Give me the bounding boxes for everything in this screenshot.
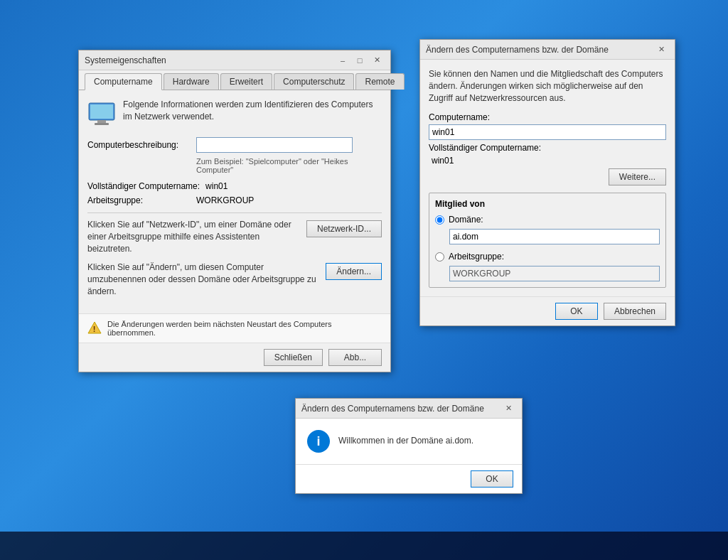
welcome-button-row: OK [296, 464, 522, 493]
netzwerk-text: Klicken Sie auf "Netzwerk-ID", um einer … [87, 219, 301, 254]
computer-icon [87, 102, 116, 129]
computer-name-input[interactable] [429, 124, 666, 140]
workgroup-value: WORKGROUP [196, 195, 254, 205]
rename-domain-title-bar: Ändern des Computernamens bzw. der Domän… [420, 40, 675, 60]
tab-bar: Computername Hardware Erweitert Computer… [79, 70, 390, 90]
tab-computerschutz[interactable]: Computerschutz [274, 73, 354, 90]
minimize-button[interactable]: – [335, 53, 350, 68]
welcome-message: Willkommen in der Domäne ai.dom. [338, 430, 473, 447]
aendern-text: Klicken Sie auf "Ändern", um diesen Comp… [87, 262, 320, 297]
ok-button[interactable]: OK [555, 303, 598, 320]
system-properties-window: Systemeigenschaften – □ ✕ Computername H… [78, 50, 391, 372]
system-properties-title-bar: Systemeigenschaften – □ ✕ [79, 50, 390, 70]
netzwerk-id-button[interactable]: Netzwerk-ID... [306, 220, 382, 237]
rename-domain-content: Sie können den Namen und die Mitgliedsch… [420, 60, 675, 296]
warning-text: Die Änderungen werden beim nächsten Neus… [107, 320, 382, 337]
maximize-button[interactable]: □ [352, 53, 368, 68]
full-name-value: win01 [205, 181, 228, 191]
workgroup-radio-item: Arbeitsgruppe: [435, 252, 660, 262]
workgroup-input[interactable] [449, 266, 660, 281]
workgroup-radio[interactable] [435, 252, 444, 262]
workgroup-label: Arbeitsgruppe: [87, 195, 191, 205]
intro-text: Folgende Informationen werden zum Identi… [123, 99, 382, 123]
aendern-button[interactable]: Ändern... [326, 263, 382, 280]
full-computer-name-label: Vollständiger Computername: [429, 143, 541, 153]
rename-intro: Sie können den Namen und die Mitgliedsch… [429, 68, 666, 104]
weitere-button[interactable]: Weitere... [609, 168, 666, 185]
rename-domain-window: Ändern des Computernamens bzw. der Domän… [419, 39, 675, 326]
full-computer-name-value: win01 [432, 156, 454, 166]
full-name-label: Vollständiger Computername: [87, 181, 200, 191]
svg-rect-1 [90, 104, 113, 119]
taskbar [0, 532, 728, 560]
tab-computername[interactable]: Computername [85, 73, 162, 90]
domain-input[interactable] [449, 229, 660, 244]
domain-radio-item: Domäne: [435, 215, 660, 225]
tab-erweitert[interactable]: Erweitert [220, 73, 272, 90]
mitglied-von-group: Mitglied von Domäne: Arbeitsgruppe: [429, 193, 666, 288]
svg-text:!: ! [93, 324, 96, 333]
svg-rect-2 [97, 120, 106, 123]
desc-label: Computerbeschreibung: [87, 140, 191, 150]
system-properties-title: Systemeigenschaften [85, 55, 166, 65]
desc-input[interactable] [196, 137, 353, 153]
domain-radio-label: Domäne: [449, 215, 483, 225]
rename-button-row: OK Abbrechen [420, 296, 675, 325]
title-bar-controls: – □ ✕ [335, 53, 385, 68]
tab-remote[interactable]: Remote [355, 73, 404, 90]
desc-hint: Zum Beispiel: "Spielcomputer" oder "Heik… [196, 157, 382, 174]
apply-button[interactable]: Abb... [328, 349, 382, 366]
rename-close-button[interactable]: ✕ [653, 43, 669, 57]
welcome-dialog-window: Ändern des Computernamens bzw. der Domän… [295, 398, 523, 494]
rename-domain-title: Ändern des Computernamens bzw. der Domän… [426, 45, 609, 55]
cancel-button[interactable]: Abbrechen [604, 303, 666, 320]
welcome-close-button[interactable]: ✕ [500, 402, 516, 416]
warning-icon: ! [87, 321, 102, 336]
welcome-dialog-content: i Willkommen in der Domäne ai.dom. [296, 419, 522, 464]
system-properties-content: Folgende Informationen werden zum Identi… [79, 90, 390, 313]
svg-rect-3 [95, 123, 109, 125]
domain-radio[interactable] [435, 215, 444, 225]
workgroup-radio-label: Arbeitsgruppe: [449, 252, 504, 262]
close-button[interactable]: ✕ [369, 53, 385, 68]
welcome-dialog-title: Ändern des Computernamens bzw. der Domän… [301, 404, 484, 414]
warning-footer: ! Die Änderungen werden beim nächsten Ne… [79, 313, 390, 343]
membership-radio-group: Domäne: Arbeitsgruppe: [435, 215, 660, 281]
mitglied-title: Mitglied von [435, 199, 660, 209]
welcome-ok-button[interactable]: OK [471, 470, 513, 488]
sys-props-button-row: Schließen Abb... [79, 343, 390, 372]
tab-hardware[interactable]: Hardware [164, 73, 219, 90]
welcome-title-controls: ✕ [500, 402, 516, 416]
computer-name-label: Computername: [429, 112, 666, 122]
welcome-dialog-title-bar: Ändern des Computernamens bzw. der Domän… [296, 399, 522, 419]
rename-title-bar-controls: ✕ [653, 43, 669, 57]
info-icon: i [307, 430, 330, 453]
close-button-2[interactable]: Schließen [264, 349, 323, 366]
